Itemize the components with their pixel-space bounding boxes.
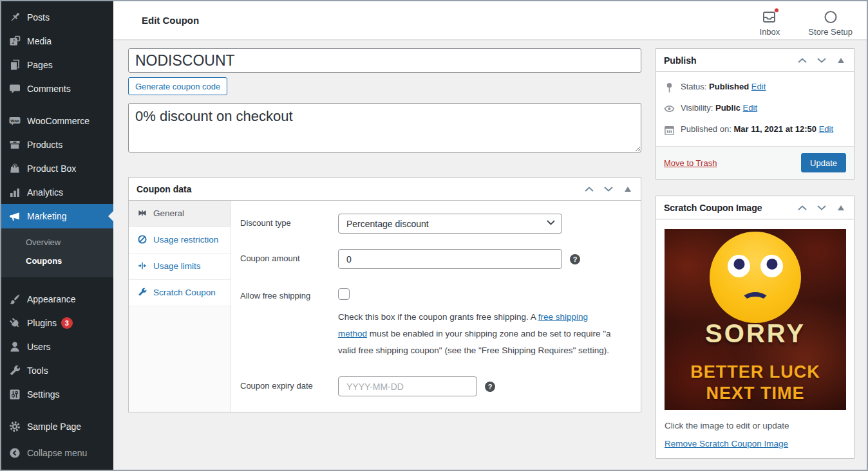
- tab-usage-restriction[interactable]: Usage restriction: [129, 227, 231, 254]
- inbox-button[interactable]: Inbox: [760, 5, 780, 37]
- sidebar-item-pages[interactable]: Pages: [1, 53, 113, 77]
- inbox-tray-icon: [762, 10, 777, 25]
- visibility-label: Visibility:: [681, 103, 713, 113]
- emoji-frown: [741, 292, 770, 311]
- published-on-row: Published on: Mar 11, 2021 at 12:50 Edit: [656, 124, 854, 136]
- sidebar-item-products[interactable]: Products: [1, 133, 113, 156]
- remove-scratch-image-link[interactable]: Remove Scratch Coupon Image: [665, 439, 788, 448]
- sidebar-item-sample-page[interactable]: Sample Page: [1, 414, 113, 438]
- plugins-update-badge: 3: [61, 317, 73, 329]
- sidebar-item-analytics[interactable]: Analytics: [1, 180, 113, 204]
- help-icon[interactable]: ?: [570, 254, 580, 264]
- collapse-panel-icon[interactable]: [836, 203, 846, 213]
- edit-published-link[interactable]: Edit: [819, 124, 833, 134]
- products-box-icon: [8, 138, 21, 151]
- sidebar-item-product-box[interactable]: Product Box: [1, 156, 113, 180]
- sidebar-item-users[interactable]: Users: [1, 335, 113, 358]
- sidebar-item-settings[interactable]: Settings: [1, 382, 113, 406]
- person-icon: [8, 340, 21, 353]
- publish-panel: Publish Status: Published Edit Visibil: [656, 48, 854, 180]
- move-up-icon[interactable]: [797, 55, 807, 66]
- sidebar-item-woocommerce[interactable]: Woo WooCommerce: [1, 109, 113, 133]
- sidebar-item-label: Media: [27, 36, 52, 46]
- coupon-data-panel: Coupon data General Usage restriction: [128, 177, 641, 412]
- published-on-label: Published on:: [681, 124, 731, 134]
- move-down-icon[interactable]: [816, 55, 827, 66]
- sidebar-item-posts[interactable]: Posts: [1, 5, 113, 29]
- scratch-coupon-image[interactable]: SORRY BETTER LUCK NEXT TIME: [665, 229, 846, 410]
- sidebar-item-label: Sample Page: [27, 421, 81, 432]
- collapse-arrow-icon: [8, 447, 21, 459]
- sidebar-item-comments[interactable]: Comments: [1, 77, 113, 100]
- status-value: Published: [709, 82, 749, 91]
- calendar-icon: [664, 124, 675, 136]
- tab-scratch-coupon[interactable]: Scratch Coupon: [129, 280, 231, 306]
- svg-text:♪: ♪: [12, 38, 15, 45]
- eye-icon: [664, 103, 675, 115]
- description-text: must be enabled in your shipping zone an…: [338, 329, 611, 355]
- pushpin-icon: [8, 11, 21, 24]
- sidebar-item-label: Marketing: [27, 211, 66, 221]
- sidebar-item-media[interactable]: ♪ Media: [1, 29, 113, 53]
- inbox-label: Inbox: [760, 27, 780, 37]
- update-button[interactable]: Update: [801, 153, 846, 172]
- status-row: Status: Published Edit: [656, 82, 854, 93]
- coupon-amount-input[interactable]: [338, 249, 562, 269]
- free-shipping-description: Check this box if the coupon grants free…: [338, 309, 619, 359]
- description-text: Check this box if the coupon grants free…: [338, 312, 538, 322]
- tab-general[interactable]: General: [129, 201, 231, 227]
- tab-label: Usage restriction: [153, 235, 218, 245]
- tab-usage-limits[interactable]: Usage limits: [129, 254, 231, 280]
- move-to-trash-link[interactable]: Move to Trash: [664, 158, 717, 168]
- sidebar-item-label: Users: [27, 342, 51, 352]
- scratch-coupon-image-panel: Scratch Coupon Image SORRY: [656, 196, 854, 459]
- circle-icon: [823, 10, 838, 25]
- sidebar-item-label: Tools: [27, 365, 48, 376]
- content-area: Generate coupon code Coupon data General: [113, 40, 867, 470]
- published-on-value: Mar 11, 2021 at 12:50: [733, 124, 816, 134]
- edit-status-link[interactable]: Edit: [751, 82, 766, 91]
- wrench-icon: [8, 364, 21, 377]
- sidebar-item-label: Appearance: [27, 294, 76, 304]
- collapse-panel-icon[interactable]: [836, 55, 846, 66]
- tab-label: General: [153, 208, 184, 218]
- help-icon[interactable]: ?: [485, 382, 495, 392]
- discount-type-label: Discount type: [240, 214, 338, 234]
- move-down-icon[interactable]: [603, 184, 614, 194]
- admin-sidebar: Posts ♪ Media Pages Comments: [1, 1, 113, 470]
- move-up-icon[interactable]: [584, 184, 594, 194]
- collapse-menu-button[interactable]: Collapse menu: [1, 441, 113, 465]
- edit-visibility-link[interactable]: Edit: [743, 103, 757, 113]
- sidebar-item-tools[interactable]: Tools: [1, 358, 113, 382]
- free-shipping-checkbox[interactable]: [338, 288, 350, 300]
- generate-coupon-code-button[interactable]: Generate coupon code: [128, 77, 227, 95]
- expiry-date-input[interactable]: [338, 376, 477, 396]
- sidebar-item-marketing[interactable]: Marketing: [1, 204, 113, 228]
- coupon-description-input[interactable]: [128, 103, 641, 152]
- submenu-item-coupons[interactable]: Coupons: [1, 252, 113, 270]
- store-setup-label: Store Setup: [808, 27, 853, 37]
- bar-chart-icon: [8, 186, 21, 199]
- move-down-icon[interactable]: [816, 203, 827, 213]
- sidebar-item-label: Collapse menu: [27, 448, 87, 458]
- paintbrush-icon: [8, 293, 21, 306]
- tab-label: Usage limits: [153, 261, 201, 271]
- sidebar-item-label: Analytics: [27, 187, 63, 198]
- collapse-panel-icon[interactable]: [623, 184, 633, 194]
- emoji-eye: [728, 255, 750, 277]
- sidebar-item-plugins[interactable]: Plugins 3: [1, 311, 113, 335]
- submenu-item-overview[interactable]: Overview: [1, 233, 113, 252]
- page-title: Edit Coupon: [142, 15, 199, 26]
- image-text-sorry: SORRY: [665, 319, 846, 348]
- sidebar-item-appearance[interactable]: Appearance: [1, 287, 113, 311]
- wordpress-admin-window: Posts ♪ Media Pages Comments: [0, 0, 868, 471]
- publish-footer: Move to Trash Update: [656, 146, 854, 179]
- discount-type-select[interactable]: Percentage discount: [338, 214, 562, 234]
- status-label: Status:: [681, 82, 706, 91]
- media-icon: ♪: [8, 35, 21, 48]
- sidebar-item-label: Comments: [27, 84, 71, 94]
- sidebar-item-label: WooCommerce: [27, 116, 90, 126]
- move-up-icon[interactable]: [797, 203, 807, 213]
- coupon-code-input[interactable]: [128, 48, 641, 73]
- store-setup-button[interactable]: Store Setup: [808, 5, 853, 37]
